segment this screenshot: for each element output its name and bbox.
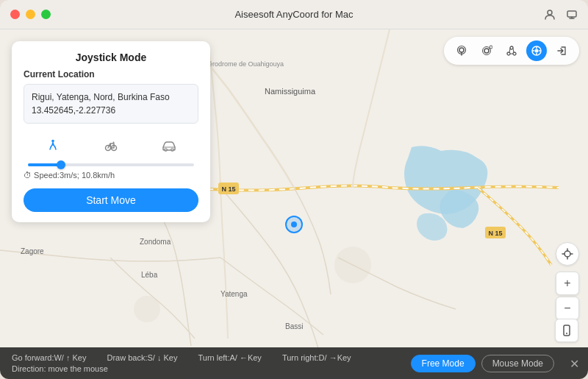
svg-point-0 <box>548 10 552 15</box>
traffic-lights <box>10 10 51 19</box>
speed-label: ⏱ Speed:3m/s; 10.8km/h <box>24 171 198 180</box>
zoom-in-button[interactable]: + <box>556 272 579 295</box>
title-bar: Aiseesoft AnyCoord for Mac <box>0 0 588 29</box>
route-mode-button[interactable] <box>476 40 497 61</box>
svg-point-27 <box>564 251 570 257</box>
transport-mode-row <box>24 134 198 157</box>
keyboard-hints: Go forward:W/ ↑ Key Draw back:S/ ↓ Key T… <box>12 353 411 373</box>
title-icons <box>544 9 578 21</box>
svg-point-6 <box>134 296 160 322</box>
hint-direction: Direction: move the mouse <box>12 364 108 373</box>
minimize-button[interactable] <box>26 10 35 19</box>
bike-mode-button[interactable] <box>82 134 140 157</box>
speed-slider-track[interactable] <box>28 163 194 166</box>
svg-point-15 <box>490 46 492 49</box>
hints-row-1: Go forward:W/ ↑ Key Draw back:S/ ↓ Key T… <box>12 353 411 362</box>
map-label-namissiguima: Namissiguima <box>265 87 315 96</box>
map-label-yatenga: Yatenga <box>220 290 248 298</box>
map-label-leba: Léba <box>141 271 157 279</box>
device-button[interactable] <box>555 319 578 342</box>
location-display: Rigui, Yatenga, Nord, Burkina Faso13.452… <box>24 84 198 124</box>
map-label-zagore: Zagore <box>21 247 44 255</box>
hint-right: Turn right:D/ →Key <box>282 353 351 362</box>
hint-forward: Go forward:W/ ↑ Key <box>12 353 86 362</box>
map-label-zondoma: Zondoma <box>140 238 171 246</box>
speed-slider-thumb[interactable] <box>57 160 65 169</box>
window-title: Aiseesoft AnyCoord for Mac <box>234 9 353 20</box>
current-location-label: Current Location <box>24 69 198 79</box>
svg-point-13 <box>484 49 489 53</box>
joystick-panel: Joystick Mode Current Location Rigui, Ya… <box>12 41 210 222</box>
hint-back: Draw back:S/ ↓ Key <box>107 353 177 362</box>
svg-rect-1 <box>567 11 576 17</box>
close-bottom-bar[interactable]: ✕ <box>570 356 579 370</box>
location-text: Rigui, Yatenga, Nord, Burkina Faso13.452… <box>32 92 170 116</box>
hints-row-2: Direction: move the mouse <box>12 364 411 373</box>
svg-point-24 <box>112 142 114 144</box>
exit-button[interactable] <box>551 40 572 61</box>
svg-point-11 <box>459 48 464 52</box>
walk-mode-button[interactable] <box>24 134 82 157</box>
hint-left: Turn left:A/ ←Key <box>198 353 261 362</box>
car-mode-button[interactable] <box>140 134 198 157</box>
maximize-button[interactable] <box>41 10 51 19</box>
map-location-marker <box>285 216 303 233</box>
pin-mode-button[interactable] <box>451 40 472 61</box>
free-mode-button[interactable]: Free Mode <box>411 355 476 372</box>
bottom-bar: Go forward:W/ ↑ Key Draw back:S/ ↓ Key T… <box>0 347 588 379</box>
zoom-out-button[interactable]: − <box>556 297 579 320</box>
top-toolbar <box>444 37 579 65</box>
map-location-inner <box>291 222 297 227</box>
mouse-mode-button[interactable]: Mouse Mode <box>481 355 554 372</box>
close-button[interactable] <box>10 10 20 19</box>
user-icon[interactable] <box>544 9 556 21</box>
screen-icon[interactable] <box>566 9 578 21</box>
panel-title: Joystick Mode <box>24 52 198 63</box>
map-label-aerodrome: Aérodrome de Ouahigouya <box>204 60 284 68</box>
svg-point-20 <box>535 49 539 53</box>
speed-icon: ⏱ <box>24 171 32 180</box>
multi-point-button[interactable] <box>501 40 522 61</box>
main-area: N 15 N 15 Aérodrome de Ouahigouya Namiss… <box>0 29 588 379</box>
svg-point-29 <box>566 333 567 334</box>
speed-slider-row <box>24 163 198 166</box>
start-move-button[interactable]: Start Move <box>24 188 198 212</box>
map-controls: + − <box>556 242 579 320</box>
map-label-bassi: Bassi <box>285 322 303 330</box>
svg-point-5 <box>334 247 371 283</box>
svg-text:N 15: N 15 <box>221 185 235 193</box>
svg-text:N 15: N 15 <box>488 230 502 237</box>
mode-buttons: Free Mode Mouse Mode <box>411 355 554 372</box>
my-location-button[interactable] <box>556 242 579 266</box>
joystick-mode-button[interactable] <box>526 40 547 61</box>
svg-point-18 <box>510 46 513 49</box>
